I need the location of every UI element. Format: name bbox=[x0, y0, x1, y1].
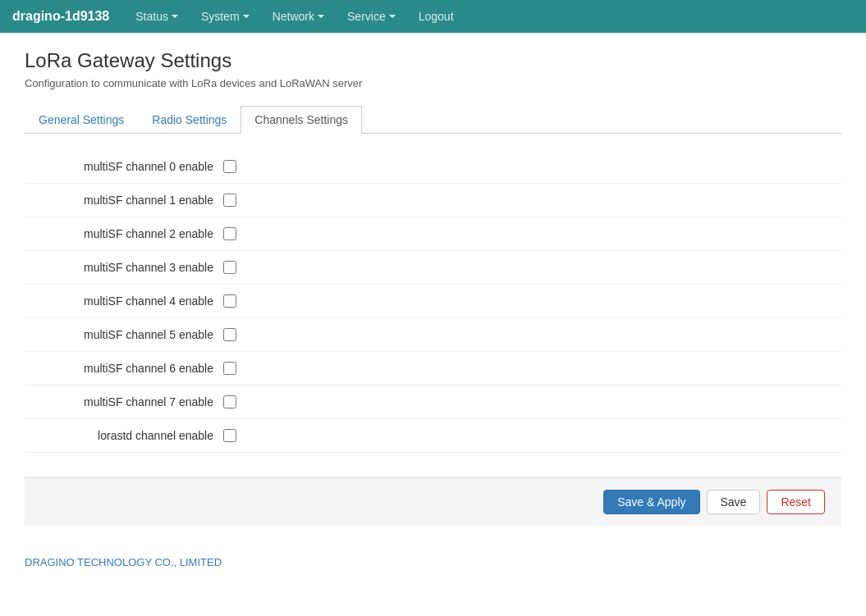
form-row: multiSF channel 1 enable bbox=[25, 184, 841, 217]
tab-bar: General SettingsRadio SettingsChannels S… bbox=[25, 106, 841, 134]
channel-checkbox-6[interactable] bbox=[223, 362, 236, 375]
channel-label-5: multiSF channel 5 enable bbox=[49, 328, 213, 341]
channel-label-3: multiSF channel 3 enable bbox=[49, 261, 213, 274]
page-title: LoRa Gateway Settings bbox=[25, 49, 841, 72]
form-row: multiSF channel 5 enable bbox=[25, 318, 841, 352]
form-row: multiSF channel 0 enable bbox=[25, 150, 841, 184]
navbar: dragino-1d9138 StatusSystemNetworkServic… bbox=[0, 0, 866, 33]
navbar-brand[interactable]: dragino-1d9138 bbox=[12, 9, 109, 24]
page-subtitle: Configuration to communicate with LoRa d… bbox=[25, 77, 841, 89]
channel-checkbox-3[interactable] bbox=[223, 261, 236, 274]
form-row: multiSF channel 3 enable bbox=[25, 251, 841, 285]
channel-label-8: lorastd channel enable bbox=[49, 429, 213, 442]
dropdown-caret-icon bbox=[172, 15, 178, 18]
tab-channels-settings[interactable]: Channels Settings bbox=[241, 106, 362, 134]
footer-bar: Save & Apply Save Reset bbox=[25, 477, 841, 526]
save-button[interactable]: Save bbox=[707, 490, 761, 514]
tab-general-settings[interactable]: General Settings bbox=[25, 106, 138, 133]
channel-checkbox-4[interactable] bbox=[223, 294, 236, 308]
channel-label-7: multiSF channel 7 enable bbox=[49, 395, 213, 408]
channel-checkbox-7[interactable] bbox=[223, 395, 236, 408]
tab-radio-settings[interactable]: Radio Settings bbox=[138, 106, 241, 133]
nav-item-system[interactable]: System bbox=[191, 3, 259, 30]
channel-checkbox-2[interactable] bbox=[223, 227, 236, 240]
form-row: multiSF channel 4 enable bbox=[25, 285, 841, 318]
channel-checkbox-8[interactable] bbox=[223, 429, 236, 442]
nav-item-network[interactable]: Network bbox=[263, 3, 334, 30]
nav-item-logout[interactable]: Logout bbox=[409, 3, 464, 30]
save-apply-button[interactable]: Save & Apply bbox=[603, 490, 699, 514]
nav-item-service[interactable]: Service bbox=[337, 3, 406, 30]
dropdown-caret-icon bbox=[389, 15, 396, 18]
page-content: LoRa Gateway Settings Configuration to c… bbox=[0, 33, 866, 542]
form-row: multiSF channel 2 enable bbox=[25, 217, 841, 251]
form-row: lorastd channel enable bbox=[25, 419, 841, 453]
form-area: multiSF channel 0 enablemultiSF channel … bbox=[25, 134, 841, 469]
form-row: multiSF channel 6 enable bbox=[25, 352, 841, 386]
channel-label-6: multiSF channel 6 enable bbox=[49, 362, 213, 375]
reset-button[interactable]: Reset bbox=[767, 490, 825, 514]
form-row: multiSF channel 7 enable bbox=[25, 386, 841, 419]
channel-label-1: multiSF channel 1 enable bbox=[49, 194, 213, 207]
channel-label-0: multiSF channel 0 enable bbox=[49, 160, 213, 173]
page-footer: DRAGINO TECHNOLOGY CO., LIMITED bbox=[0, 542, 866, 582]
footer-link[interactable]: DRAGINO TECHNOLOGY CO., LIMITED bbox=[25, 556, 222, 568]
nav-menu: StatusSystemNetworkServiceLogout bbox=[126, 3, 463, 30]
dropdown-caret-icon bbox=[243, 15, 250, 18]
channel-label-2: multiSF channel 2 enable bbox=[49, 227, 213, 240]
channel-label-4: multiSF channel 4 enable bbox=[49, 294, 213, 308]
channel-checkbox-5[interactable] bbox=[223, 328, 236, 341]
nav-item-status[interactable]: Status bbox=[126, 3, 188, 30]
channel-checkbox-0[interactable] bbox=[223, 160, 236, 173]
dropdown-caret-icon bbox=[318, 15, 324, 18]
channel-checkbox-1[interactable] bbox=[223, 194, 236, 207]
